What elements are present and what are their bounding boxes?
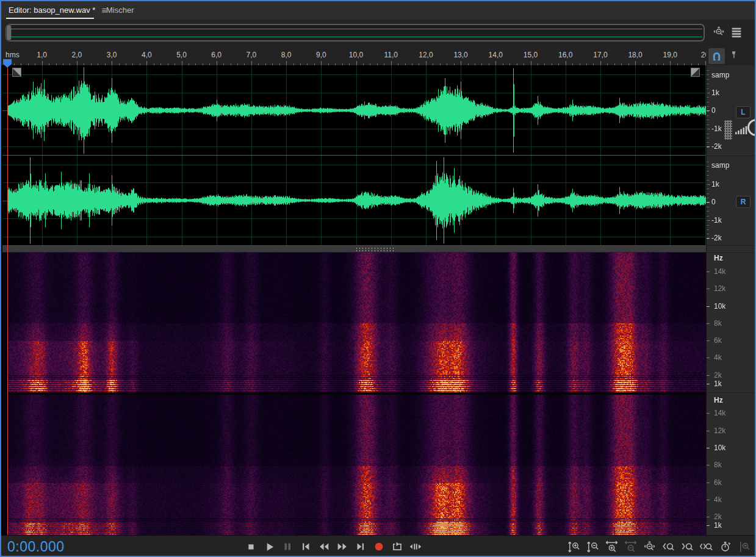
play-button[interactable] bbox=[260, 536, 278, 557]
channel-left-button[interactable]: L bbox=[736, 106, 751, 118]
rewind-button[interactable] bbox=[315, 536, 333, 557]
ruler-time-label: 15,0 bbox=[524, 51, 538, 59]
panel-separator bbox=[707, 392, 755, 393]
ruler-time-label: 8,0 bbox=[281, 51, 292, 59]
transport-buttons bbox=[242, 536, 425, 557]
playhead-line[interactable] bbox=[7, 65, 8, 535]
tab-editor-label: Editor: basop_new.wav * bbox=[9, 5, 95, 15]
frequency-label: 1k bbox=[714, 379, 722, 388]
ruler-tick bbox=[217, 61, 217, 65]
frequency-label: 12k bbox=[714, 284, 725, 293]
frequency-label: 1k bbox=[714, 521, 722, 530]
stop-button[interactable] bbox=[242, 536, 260, 557]
ruler-time-label: 13,0 bbox=[453, 51, 467, 59]
ruler-tick bbox=[251, 61, 252, 65]
time-display: 0:00.000 bbox=[7, 539, 65, 555]
frequency-label: 12k bbox=[714, 426, 725, 435]
fade-in-handle[interactable] bbox=[12, 68, 21, 77]
ruler-tick bbox=[461, 61, 461, 65]
axis-tick bbox=[707, 340, 710, 341]
snap-magnet-toggle[interactable] bbox=[708, 48, 725, 64]
ruler-tick bbox=[77, 61, 77, 65]
panel-list-icon[interactable] bbox=[730, 26, 743, 39]
waveform-canvas-left[interactable] bbox=[2, 65, 706, 156]
amplitude-label: 0 bbox=[711, 106, 716, 115]
overview-navigator bbox=[1, 20, 755, 48]
channel-separator bbox=[2, 155, 706, 156]
loop-playback-button[interactable] bbox=[388, 536, 406, 557]
ruler-scale: 1,02,03,04,05,06,07,08,09,010,011,012,01… bbox=[1, 48, 706, 65]
zoom-out-full-button[interactable] bbox=[640, 536, 659, 557]
waveform-spectrogram-divider[interactable] bbox=[2, 245, 756, 253]
timeline-ruler[interactable]: hms 1,02,03,04,05,06,07,08,09,010,011,01… bbox=[1, 48, 755, 65]
ruler-time-label: 3,0 bbox=[107, 51, 117, 59]
zoom-to-in-point-button[interactable] bbox=[659, 536, 678, 557]
channel-right-button[interactable]: R bbox=[736, 196, 751, 208]
axis-tick bbox=[707, 306, 710, 307]
ruler-tick bbox=[426, 61, 427, 65]
overview-waveform-line-right bbox=[10, 37, 702, 37]
zoom-to-selection-button[interactable] bbox=[697, 536, 716, 557]
skip-to-end-button[interactable] bbox=[351, 536, 370, 557]
volume-knob[interactable] bbox=[747, 119, 755, 136]
zoom-to-out-point-button[interactable] bbox=[678, 536, 697, 557]
ruler-time-label: 20 bbox=[701, 51, 706, 59]
skip-selection-button[interactable] bbox=[406, 536, 425, 557]
amplitude-label: 0 bbox=[711, 198, 716, 206]
marker-pin-icon[interactable] bbox=[728, 49, 740, 61]
zoom-out-full-icon[interactable] bbox=[712, 26, 725, 39]
spectrogram-canvas-left[interactable] bbox=[2, 253, 706, 392]
axis-tick bbox=[707, 358, 710, 358]
fast-forward-button[interactable] bbox=[333, 536, 351, 557]
ruler-tick bbox=[321, 61, 322, 65]
amplitude-label: 1k bbox=[711, 88, 719, 97]
ruler-tick bbox=[356, 61, 357, 65]
ruler-time-label: 19,0 bbox=[663, 51, 677, 59]
ruler-time-label: 14,0 bbox=[489, 51, 503, 59]
panel-separator bbox=[707, 253, 755, 253]
axis-tick bbox=[707, 500, 710, 500]
overview-scrollbar[interactable] bbox=[5, 24, 705, 41]
zoom-in-vertical-button[interactable] bbox=[564, 536, 583, 557]
ruler-tick bbox=[600, 61, 601, 65]
amplitude-label: -1k bbox=[711, 216, 722, 225]
frequency-label: 8k bbox=[714, 319, 722, 328]
waveform-canvas-right[interactable] bbox=[2, 156, 706, 245]
tab-bar: Editor: basop_new.wav * ≡ Mischer bbox=[1, 1, 755, 20]
fade-out-handle[interactable] bbox=[691, 68, 700, 77]
ruler-tick bbox=[286, 61, 287, 65]
zoom-out-vertical-button[interactable] bbox=[583, 536, 602, 557]
tab-editor[interactable]: Editor: basop_new.wav * ≡ bbox=[9, 1, 107, 19]
zoom-out-horizontal-button bbox=[621, 536, 640, 557]
frequency-label: 14k bbox=[714, 267, 725, 276]
ruler-tick bbox=[182, 61, 182, 65]
timer-record-button[interactable] bbox=[716, 536, 735, 557]
zoom-in-horizontal-button[interactable] bbox=[602, 536, 621, 557]
skip-to-start-button[interactable] bbox=[297, 536, 315, 557]
ruler-tick bbox=[112, 61, 112, 65]
ruler-time-label: 1,0 bbox=[37, 51, 47, 59]
panel-separator bbox=[707, 245, 755, 246]
record-button[interactable] bbox=[370, 536, 388, 557]
hz-unit-left: Hz bbox=[714, 254, 723, 262]
amplitude-label: 1k bbox=[711, 180, 719, 189]
volume-hud-drag-handle[interactable] bbox=[724, 120, 732, 140]
ruler-time-label: 6,0 bbox=[211, 51, 221, 59]
overview-scrollbar-handle[interactable] bbox=[6, 24, 12, 41]
frequency-label: 8k bbox=[714, 461, 722, 469]
frequency-label: 4k bbox=[714, 353, 722, 362]
ruler-tick bbox=[670, 61, 671, 65]
frequency-label: 10k bbox=[714, 444, 725, 452]
axis-tick bbox=[707, 413, 710, 414]
spectrogram-canvas-right[interactable] bbox=[2, 395, 706, 535]
axis-minor-ticks bbox=[707, 70, 709, 151]
axis-tick bbox=[707, 323, 710, 324]
frequency-label: 14k bbox=[714, 409, 725, 417]
divider-drag-handle[interactable] bbox=[355, 247, 394, 251]
tab-mischer[interactable]: Mischer bbox=[106, 1, 134, 19]
axis-tick bbox=[707, 289, 710, 289]
ruler-right-tools bbox=[707, 48, 756, 65]
ruler-tick bbox=[635, 61, 636, 65]
volume-bars-icon[interactable] bbox=[734, 124, 748, 135]
axis-minor-ticks bbox=[707, 162, 709, 242]
